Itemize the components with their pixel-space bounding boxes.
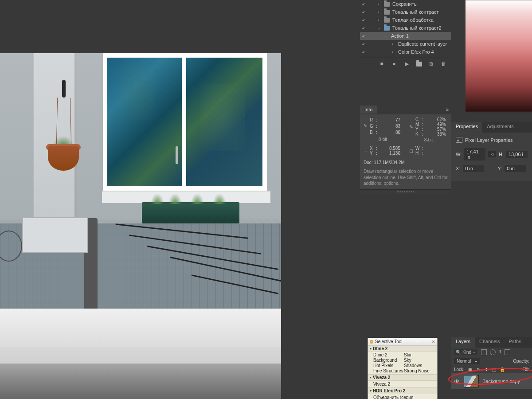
selective-item[interactable]: Hot Pixels	[373, 363, 404, 368]
tab-channels[interactable]: Channels	[475, 337, 504, 348]
new-action-icon[interactable]: 🗎	[428, 61, 434, 67]
filter-pixel-icon[interactable]	[481, 349, 487, 355]
disclosure-caret-icon[interactable]: ›	[378, 2, 381, 6]
filter-adjust-icon[interactable]	[490, 349, 496, 355]
lock-position-icon[interactable]: ✥	[484, 367, 489, 372]
disclosure-caret-icon[interactable]: ⌄	[378, 26, 381, 30]
disclosure-caret-icon[interactable]: ›	[392, 50, 395, 54]
tab-properties[interactable]: Properties	[451, 122, 482, 133]
selective-item[interactable]: Strong Noise	[404, 368, 434, 373]
selective-titlebar[interactable]: Selective Tool — ✕	[368, 338, 437, 345]
info-panel: Info ≡ ✎ R:77 G:83 B:80 8-bit ✎ C:62% M:…	[360, 105, 451, 194]
selective-tool-window[interactable]: Selective Tool — ✕ ▾Dfine 2Dfine 2SkinBa…	[368, 338, 438, 399]
layer-row[interactable]: 👁 Background copy	[451, 373, 532, 389]
action-row[interactable]: ✓›Сохранить	[360, 0, 451, 8]
window-badge-icon	[370, 340, 373, 344]
link-wh-icon[interactable]: ⟲	[488, 151, 496, 157]
x-field[interactable]: 0 in	[463, 165, 484, 172]
check-icon[interactable]: ✓	[361, 25, 366, 31]
close-icon[interactable]: ✕	[432, 340, 435, 344]
width-field[interactable]: 17,41 in	[464, 148, 485, 160]
action-label: Duplicate current layer	[398, 41, 447, 47]
new-set-icon[interactable]	[416, 61, 422, 67]
action-label: Сохранить	[392, 1, 417, 7]
folder-icon	[384, 10, 390, 15]
disclosure-caret-icon[interactable]: ›	[378, 10, 381, 14]
actions-panel: ✓›Сохранить✓›Тональный контраст✓›Теплая …	[360, 0, 451, 70]
x-label: X:	[456, 166, 460, 171]
check-icon[interactable]: ✓	[361, 17, 366, 23]
tab-paths[interactable]: Paths	[505, 337, 526, 348]
info-tab[interactable]: Info	[360, 106, 377, 113]
disclosure-caret-icon[interactable]: ›	[378, 18, 381, 22]
panel-menu-icon[interactable]: ≡	[443, 107, 451, 112]
blend-mode-select[interactable]: Normal	[454, 358, 480, 364]
record-icon[interactable]: ●	[391, 61, 397, 67]
action-row[interactable]: ✓⌄Action 1	[360, 32, 451, 40]
properties-panel: Properties Adjustments Pixel Layer Prope…	[451, 122, 532, 181]
trash-icon[interactable]: 🗑	[441, 61, 447, 67]
disclosure-caret-icon[interactable]: ⌄	[385, 34, 388, 38]
height-label: H:	[499, 152, 504, 157]
folder-icon	[384, 2, 390, 7]
folder-icon	[384, 26, 390, 31]
disclosure-caret-icon[interactable]: ›	[392, 42, 395, 46]
height-field[interactable]: 13,06 i	[506, 151, 528, 158]
selective-section-head[interactable]: ▾Viveza 2	[368, 374, 437, 381]
action-row[interactable]: ✓›Тональный контраст	[360, 8, 451, 16]
lock-label: Lock:	[454, 367, 465, 372]
filter-shape-icon[interactable]	[505, 349, 510, 355]
canvas-area[interactable]	[0, 0, 281, 399]
visibility-icon[interactable]: 👁	[454, 378, 460, 385]
wh-readout: ◻ W: H:	[409, 146, 448, 156]
check-icon[interactable]: ✓	[361, 9, 366, 15]
layer-thumbnail[interactable]	[464, 375, 479, 387]
check-icon[interactable]: ✓	[361, 1, 366, 7]
properties-title: Pixel Layer Properties	[456, 137, 528, 143]
check-icon[interactable]: ✓	[361, 41, 366, 47]
action-label: Тональный контраст	[392, 9, 438, 15]
selective-item[interactable]: Background	[373, 358, 404, 363]
action-label: Теплая обработка	[392, 17, 434, 23]
y-field[interactable]: 0 in	[505, 165, 526, 172]
tab-layers[interactable]: Layers	[451, 337, 475, 348]
rgb-readout: ✎ R:77 G:83 B:80 8-bit	[364, 117, 402, 142]
selective-section-head[interactable]: ▾HDR Efex Pro 2	[368, 387, 437, 394]
minimize-icon[interactable]: —	[415, 340, 419, 344]
selective-item[interactable]: Объединить (серия изображений)	[368, 394, 437, 399]
selective-item[interactable]: Fine Structures	[373, 368, 404, 373]
kind-select[interactable]: 🔍Kind ⌄	[454, 349, 477, 355]
selective-item[interactable]: Skin	[404, 352, 434, 357]
layers-panel: Layers Channels Paths 🔍Kind ⌄ T Normal O…	[451, 337, 532, 389]
action-row[interactable]: ✓⌄Тональный контраст2	[360, 24, 451, 32]
action-row[interactable]: ✓›Duplicate current layer	[360, 40, 451, 48]
lock-transparency-icon[interactable]: ▦	[468, 367, 473, 372]
play-icon[interactable]: ▶	[403, 61, 410, 67]
check-icon[interactable]: ✓	[361, 33, 366, 39]
selective-item[interactable]: Dfine 2	[373, 352, 404, 357]
document-image[interactable]	[0, 53, 281, 399]
stop-icon[interactable]: ■	[379, 61, 385, 67]
action-row[interactable]: ✓›Теплая обработка	[360, 16, 451, 24]
xy-readout: ＋ X:8,585 Y:1,130	[364, 146, 402, 156]
lock-pixels-icon[interactable]: ✎	[476, 367, 481, 372]
selective-item[interactable]: Viveza 2	[368, 381, 437, 387]
filter-type-icon[interactable]: T	[499, 349, 501, 355]
selective-item[interactable]: Shadows	[404, 363, 434, 368]
selective-section-head[interactable]: ▾Dfine 2	[368, 345, 437, 352]
lock-artboard-icon[interactable]: ◫	[492, 367, 497, 372]
panel-grip[interactable]	[360, 189, 451, 194]
action-row[interactable]: ✓›Color Efex Pro 4	[360, 48, 451, 56]
action-label: Тональный контраст2	[392, 25, 442, 31]
color-picker-panel[interactable]	[460, 0, 532, 116]
action-label: Color Efex Pro 4	[398, 49, 434, 55]
selective-item[interactable]: Sky	[404, 358, 434, 363]
color-ramp[interactable]	[466, 0, 532, 112]
layer-name[interactable]: Background copy	[482, 379, 520, 384]
lock-all-icon[interactable]: 🔒	[500, 367, 505, 372]
fill-label: Fill:	[522, 367, 529, 372]
check-icon[interactable]: ✓	[361, 49, 366, 55]
tool-hint: Draw rectangular selection or move selec…	[364, 168, 448, 187]
actions-toolbar: ■ ● ▶ 🗎 🗑	[360, 58, 451, 70]
tab-adjustments[interactable]: Adjustments	[482, 122, 518, 133]
